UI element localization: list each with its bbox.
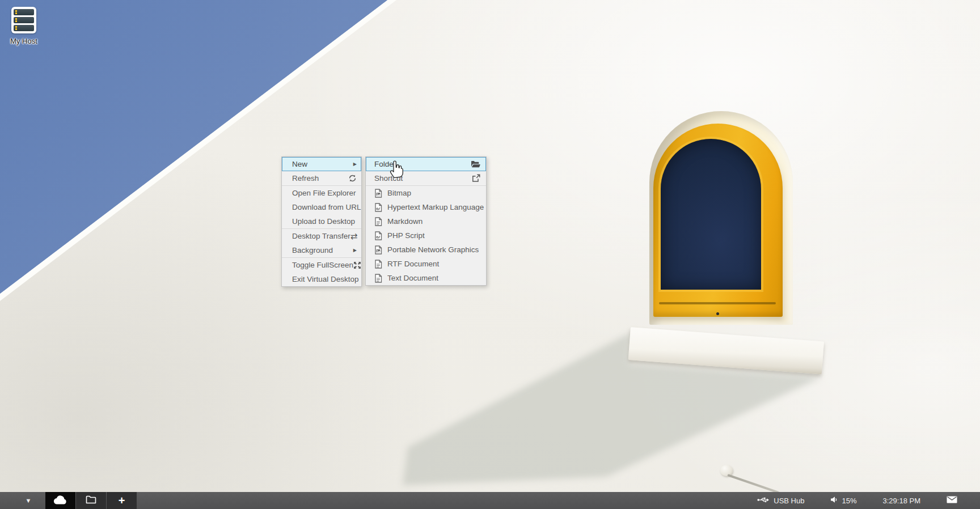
window-glass: [661, 139, 761, 290]
menu-item-label: Download from URL: [292, 203, 361, 211]
submenu-item-rtf[interactable]: RTF Document: [366, 257, 486, 271]
menu-item-label: Hypertext Markup Language: [387, 203, 484, 211]
text-file-icon: [374, 260, 384, 269]
envelope-icon: [947, 496, 957, 505]
virtual-desktop: { "desktop": { "my_host_label": "My Host…: [0, 0, 980, 509]
image-file-icon: [374, 245, 384, 255]
clock-label: 3:29:18 PM: [883, 497, 921, 505]
menu-item-open-file-explorer[interactable]: Open File Explorer: [282, 186, 361, 200]
menu-item-label: Exit Virtual Desktop: [292, 275, 359, 283]
clock[interactable]: 3:29:18 PM: [883, 497, 921, 505]
sill-shadow-wrap: [0, 0, 980, 509]
window-frame-groove: [659, 302, 776, 304]
plus-icon: +: [119, 494, 125, 507]
submenu-item-bitmap[interactable]: Bitmap: [366, 186, 486, 200]
submenu-arrow-icon: ▶: [353, 248, 357, 253]
folder-open-icon: [471, 160, 480, 168]
submenu-item-shortcut[interactable]: Shortcut: [366, 171, 486, 185]
menu-item-label: Open File Explorer: [292, 189, 356, 197]
menu-item-label: Shortcut: [374, 174, 403, 183]
menu-item-download-from-url[interactable]: Download from URL: [282, 200, 361, 214]
code-file-icon: [374, 231, 384, 240]
menu-item-label: Refresh: [292, 174, 319, 183]
menu-item-exit-virtual-desktop[interactable]: Exit Virtual Desktop: [282, 272, 361, 286]
menu-item-desktop-transfer[interactable]: Desktop Transfer ⇄: [282, 229, 361, 243]
image-file-icon: [374, 189, 384, 198]
cloud-app-button[interactable]: [45, 492, 75, 509]
submenu-item-text-document[interactable]: Text Document: [366, 271, 486, 285]
file-explorer-button[interactable]: [76, 492, 106, 509]
menu-item-refresh[interactable]: Refresh: [282, 171, 361, 185]
menu-item-label: Markdown: [387, 217, 423, 226]
menu-item-label: PHP Script: [387, 231, 425, 240]
menu-item-label: RTF Document: [387, 260, 439, 268]
window-frame: [653, 124, 783, 317]
menu-item-new[interactable]: New ▶: [282, 157, 361, 171]
menu-item-label: New: [292, 160, 307, 168]
window-sill-shadow: [0, 0, 980, 509]
speaker-icon: [830, 496, 838, 505]
taskbar: ▼ + USB Hub 15% 3:29:18 PM: [0, 492, 980, 509]
context-menu: New ▶ Refresh Open File Explorer Downloa…: [281, 156, 362, 287]
window-recess: [649, 111, 793, 325]
desktop-icon-my-host[interactable]: My Host: [1, 7, 47, 45]
server-icon: [11, 7, 36, 33]
menu-item-label: Background: [292, 246, 333, 255]
cloud-icon: [53, 495, 68, 506]
submenu-item-php-script[interactable]: PHP Script: [366, 228, 486, 243]
menu-item-background[interactable]: Background ▶: [282, 243, 361, 257]
menu-item-label: Upload to Desktop: [292, 217, 355, 226]
code-file-icon: [374, 203, 384, 212]
submenu-item-markdown[interactable]: Markdown: [366, 214, 486, 228]
volume-label: 15%: [842, 497, 856, 505]
taskbar-status-area: USB Hub 15% 3:29:18 PM: [757, 492, 980, 509]
desktop-icon-label: My Host: [1, 37, 47, 45]
refresh-icon: [348, 174, 357, 183]
transfer-arrows-icon: ⇄: [350, 232, 358, 240]
submenu-item-folder[interactable]: Folder: [366, 157, 486, 171]
text-file-icon: [374, 217, 384, 226]
new-submenu: Folder Shortcut Bitmap Hypertext Markup …: [365, 156, 487, 286]
menu-item-label: Toggle FullScreen: [292, 261, 353, 269]
submenu-arrow-icon: ▶: [353, 162, 357, 167]
usb-status[interactable]: USB Hub: [757, 497, 804, 505]
external-link-icon: [472, 174, 480, 183]
menu-item-toggle-fullscreen[interactable]: Toggle FullScreen: [282, 258, 361, 272]
usb-icon: [757, 497, 770, 505]
submenu-item-html[interactable]: Hypertext Markup Language: [366, 200, 486, 214]
usb-label: USB Hub: [774, 497, 804, 505]
submenu-item-png[interactable]: Portable Network Graphics: [366, 243, 486, 257]
text-file-icon: [374, 274, 384, 283]
menu-item-label: Portable Network Graphics: [387, 245, 479, 254]
window-knob-dot: [716, 312, 719, 315]
menu-item-upload-to-desktop[interactable]: Upload to Desktop: [282, 214, 361, 228]
menu-item-label: Text Document: [387, 274, 438, 282]
mail-button[interactable]: [947, 496, 957, 505]
fullscreen-arrows-icon: [353, 261, 361, 269]
volume-status[interactable]: 15%: [830, 496, 856, 505]
chevron-down-icon[interactable]: ▼: [20, 492, 36, 509]
folder-icon: [86, 495, 96, 506]
add-app-button[interactable]: +: [107, 492, 137, 509]
menu-item-label: Folder: [374, 160, 396, 168]
menu-item-label: Bitmap: [387, 189, 411, 197]
menu-item-label: Desktop Transfer: [292, 232, 350, 240]
